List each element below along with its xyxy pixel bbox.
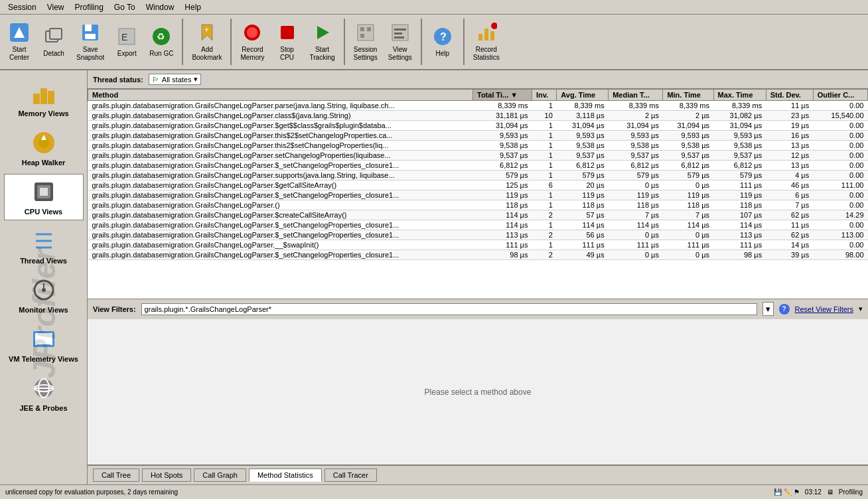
table-row[interactable]: grails.plugin.databasemigration.GrailsCh…	[88, 131, 868, 141]
table-row[interactable]: grails.plugin.databasemigration.GrailsCh…	[88, 141, 868, 151]
cell-max: 98 µs	[713, 250, 766, 260]
cell-inv: 1	[532, 240, 556, 250]
menu-window[interactable]: Window	[141, 1, 180, 13]
cell-method: grails.plugin.databasemigration.GrailsCh…	[88, 250, 473, 260]
cell-inv: 1	[532, 171, 556, 180]
cell-std: 4 µs	[766, 171, 813, 180]
cell-total: 579 µs	[473, 171, 532, 180]
table-row[interactable]: grails.plugin.databasemigration.GrailsCh…	[88, 200, 868, 210]
cell-min: 31,094 µs	[663, 121, 713, 131]
cell-std: 11 µs	[766, 220, 813, 230]
sidebar-item-monitor-views[interactable]: Monitor Views	[4, 272, 84, 319]
main-layout: Memory Views Heap Walker CPU Views Threa…	[0, 70, 868, 484]
table-row[interactable]: grails.plugin.databasemigration.GrailsCh…	[88, 220, 868, 230]
svg-rect-48	[37, 344, 50, 346]
cell-total: 119 µs	[473, 190, 532, 200]
separator-2	[230, 19, 232, 65]
sidebar-item-heap-walker[interactable]: Heap Walker	[4, 125, 84, 171]
cell-outlier: 0.00	[813, 121, 867, 131]
detach-button[interactable]: Detach	[37, 17, 70, 67]
col-header-min-time[interactable]: Min. Time	[663, 90, 713, 101]
col-header-std-dev[interactable]: Std. Dev.	[766, 90, 813, 101]
filter-reset-arrow[interactable]: ▾	[859, 305, 863, 313]
cell-outlier: 98.00	[813, 250, 867, 260]
svg-rect-27	[478, 34, 482, 40]
table-row[interactable]: grails.plugin.databasemigration.GrailsCh…	[88, 151, 868, 161]
tab-call-tree[interactable]: Call Tree	[93, 468, 139, 482]
start-center-button[interactable]: StartCenter	[3, 17, 36, 67]
start-tracking-button[interactable]: StartTracking	[305, 17, 340, 67]
table-row[interactable]: grails.plugin.databasemigration.GrailsCh…	[88, 250, 868, 260]
cell-method: grails.plugin.databasemigration.GrailsCh…	[88, 101, 473, 111]
col-header-inv[interactable]: Inv.	[532, 90, 556, 101]
cell-median: 0 µs	[609, 230, 663, 240]
cell-std: 11 µs	[766, 101, 813, 111]
table-row[interactable]: grails.plugin.databasemigration.GrailsCh…	[88, 230, 868, 240]
record-memory-button[interactable]: RecordMemory	[236, 17, 269, 67]
cell-std: 16 µs	[766, 131, 813, 141]
start-center-icon	[9, 22, 30, 43]
svg-rect-23	[394, 33, 402, 35]
col-header-avg-time[interactable]: Avg. Time	[557, 90, 609, 101]
filter-reset-button[interactable]: Reset View Filters	[795, 305, 853, 313]
tab-call-graph[interactable]: Call Graph	[194, 468, 246, 482]
table-row[interactable]: grails.plugin.databasemigration.GrailsCh…	[88, 161, 868, 171]
col-header-method[interactable]: Method	[88, 90, 473, 101]
col-header-max-time[interactable]: Max. Time	[713, 90, 766, 101]
sidebar-item-thread-views[interactable]: Thread Views	[4, 223, 84, 269]
cell-total: 8,339 ms	[473, 101, 532, 111]
menu-help[interactable]: Help	[179, 1, 206, 13]
table-row[interactable]: grails.plugin.databasemigration.GrailsCh…	[88, 210, 868, 220]
cell-method: grails.plugin.databasemigration.GrailsCh…	[88, 161, 473, 171]
table-scroll[interactable]: Method Total Ti... ▼ Inv. Avg. Time Medi…	[88, 89, 868, 299]
table-row[interactable]: grails.plugin.databasemigration.GrailsCh…	[88, 180, 868, 190]
sidebar-item-jee-probes[interactable]: JEE & Probes	[4, 370, 84, 417]
table-row[interactable]: grails.plugin.databasemigration.GrailsCh…	[88, 111, 868, 121]
menu-session[interactable]: Session	[3, 1, 42, 13]
menu-goto[interactable]: Go To	[109, 1, 141, 13]
table-row[interactable]: grails.plugin.databasemigration.GrailsCh…	[88, 171, 868, 180]
menu-view[interactable]: View	[42, 1, 70, 13]
run-gc-button[interactable]: ♻ Run GC	[145, 17, 178, 67]
cell-min: 8,339 ms	[663, 101, 713, 111]
cell-method: grails.plugin.databasemigration.GrailsCh…	[88, 200, 473, 210]
tab-call-tracer[interactable]: Call Tracer	[325, 468, 377, 482]
save-snapshot-button[interactable]: SaveSnapshot	[72, 17, 109, 67]
help-button[interactable]: ? Help	[426, 17, 459, 67]
cell-median: 118 µs	[609, 200, 663, 210]
cell-median: 6,812 µs	[609, 161, 663, 171]
col-header-median-t[interactable]: Median T...	[609, 90, 663, 101]
filter-input[interactable]	[141, 303, 757, 315]
sidebar-item-memory-views[interactable]: Memory Views	[4, 76, 84, 122]
detach-label: Detach	[43, 50, 64, 58]
export-button[interactable]: E Export	[110, 17, 143, 67]
stop-cpu-icon	[277, 22, 298, 43]
cell-inv: 1	[532, 131, 556, 141]
table-row[interactable]: grails.plugin.databasemigration.GrailsCh…	[88, 240, 868, 250]
col-header-total-time[interactable]: Total Ti... ▼	[473, 90, 532, 101]
tab-hot-spots[interactable]: Hot Spots	[142, 468, 191, 482]
record-statistics-button[interactable]: RecordStatistics	[469, 17, 504, 67]
cell-median: 111 µs	[609, 240, 663, 250]
menu-profiling[interactable]: Profiling	[70, 1, 109, 13]
sidebar-item-cpu-views[interactable]: CPU Views	[4, 174, 84, 220]
cell-avg: 119 µs	[557, 190, 609, 200]
tab-method-statistics[interactable]: Method Statistics	[249, 468, 322, 482]
table-row[interactable]: grails.plugin.databasemigration.GrailsCh…	[88, 101, 868, 111]
filter-help-button[interactable]: ?	[779, 304, 790, 315]
table-row[interactable]: grails.plugin.databasemigration.GrailsCh…	[88, 121, 868, 131]
svg-rect-22	[394, 29, 406, 31]
session-settings-button[interactable]: SessionSettings	[349, 17, 382, 67]
sidebar-item-vm-telemetry[interactable]: VM Telemetry Views	[4, 321, 84, 368]
add-bookmark-button[interactable]: + AddBookmark	[187, 17, 226, 67]
thread-status-dropdown[interactable]: 🏳 All states ▾	[149, 74, 202, 85]
filter-dropdown-button[interactable]: ▾	[762, 302, 774, 316]
cell-method: grails.plugin.databasemigration.GrailsCh…	[88, 131, 473, 141]
table-row[interactable]: grails.plugin.databasemigration.GrailsCh…	[88, 190, 868, 200]
thread-status-label: Thread status:	[93, 76, 143, 84]
svg-rect-6	[85, 34, 96, 39]
stop-cpu-button[interactable]: StopCPU	[271, 17, 304, 67]
view-settings-button[interactable]: ViewSettings	[384, 17, 417, 67]
col-header-outlier-c[interactable]: Outlier C...	[813, 90, 867, 101]
cell-outlier: 0.00	[813, 141, 867, 151]
